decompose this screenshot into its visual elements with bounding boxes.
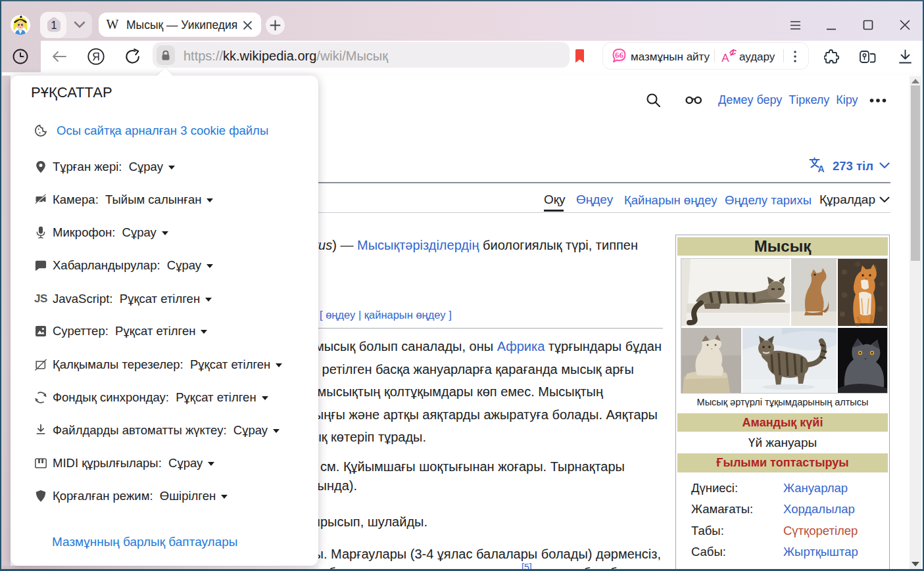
svg-text:1: 1 [51, 20, 57, 31]
svg-text:A: A [721, 52, 729, 64]
svg-text:Я: Я [92, 51, 100, 62]
svg-text:W: W [107, 18, 119, 31]
svg-text:66: 66 [615, 50, 624, 60]
svg-text:A: A [817, 164, 824, 173]
